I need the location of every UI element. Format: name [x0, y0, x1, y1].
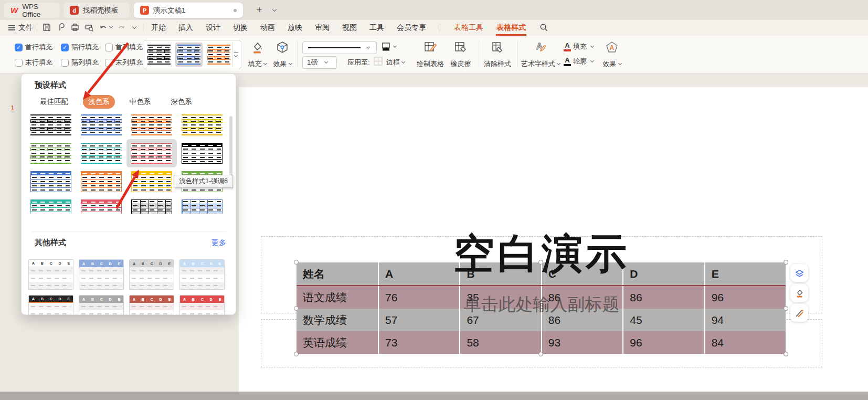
- gallery-style-thumb[interactable]: [205, 43, 232, 67]
- checkbox-末行填充[interactable]: 末行填充: [15, 58, 61, 67]
- preset-style-thumb-16[interactable]: [177, 196, 227, 214]
- style-tab-最佳匹配[interactable]: 最佳匹配: [35, 95, 73, 109]
- table-cell[interactable]: 84: [704, 331, 786, 354]
- other-style-thumb-8[interactable]: ABCDE: [177, 292, 227, 315]
- chevron-down-icon: [263, 61, 267, 65]
- search-button[interactable]: [539, 23, 548, 34]
- line-color-icon: [381, 41, 391, 52]
- other-style-thumb-3[interactable]: ABCDE: [126, 257, 177, 292]
- table-cell[interactable]: 93: [541, 331, 622, 354]
- style-tab-浅色系[interactable]: 浅色系: [83, 95, 115, 109]
- other-style-thumb-6[interactable]: ABCDE: [76, 292, 126, 315]
- export-icon[interactable]: [56, 23, 66, 32]
- other-style-thumb-4[interactable]: ABCDE: [177, 257, 227, 292]
- table-cell[interactable]: 58: [459, 331, 541, 354]
- menu-item-设计[interactable]: 设计: [206, 23, 220, 33]
- menu-item-开始[interactable]: 开始: [151, 23, 166, 33]
- preset-style-thumb-5[interactable]: [26, 139, 76, 167]
- line-style-combo[interactable]: [302, 41, 377, 54]
- resize-handle-bottom-middle[interactable]: [538, 352, 543, 356]
- menu-item-放映[interactable]: 放映: [288, 23, 302, 33]
- menu-item-切换[interactable]: 切换: [233, 23, 248, 33]
- layers-icon: [795, 268, 805, 278]
- text-effect-button[interactable]: A 效果: [598, 39, 626, 70]
- table-cell[interactable]: 96: [622, 331, 704, 354]
- preset-style-thumb-1[interactable]: [26, 111, 76, 139]
- checkbox-unchecked-icon: [105, 59, 113, 67]
- redo-icon[interactable]: [117, 23, 126, 32]
- file-menu[interactable]: 文件: [8, 23, 33, 33]
- tab-label: 演示文稿1: [153, 6, 186, 15]
- print-preview-icon[interactable]: [84, 23, 94, 32]
- new-tab-button[interactable]: +: [253, 4, 265, 16]
- other-style-thumb-1[interactable]: ABCDE: [26, 257, 76, 292]
- border-button[interactable]: 边框: [386, 58, 405, 67]
- table-cell[interactable]: 73: [378, 331, 459, 354]
- line-weight-combo[interactable]: 1磅: [302, 56, 337, 69]
- tab-docer-templates[interactable]: d 找稻壳模板: [63, 3, 130, 18]
- draw-table-icon: [424, 40, 437, 54]
- draw-table-button[interactable]: 绘制表格: [415, 39, 446, 70]
- resize-handle-bottom-left[interactable]: [294, 352, 299, 356]
- text-fill-button[interactable]: A 填充: [564, 42, 594, 51]
- more-link[interactable]: 更多: [211, 238, 226, 248]
- menu-item-插入[interactable]: 插入: [178, 23, 193, 33]
- preset-style-thumb-4[interactable]: [177, 111, 227, 139]
- tools-icon: [795, 308, 805, 318]
- menu-item-动画[interactable]: 动画: [260, 23, 275, 33]
- preset-style-thumb-8[interactable]: [177, 139, 227, 167]
- preset-style-thumb-2[interactable]: [76, 111, 126, 139]
- panel-scrollbar[interactable]: [229, 116, 232, 176]
- tab-presentation1[interactable]: P 演示文稿1: [134, 3, 243, 18]
- other-style-thumb-2[interactable]: ABCDE: [76, 257, 126, 292]
- line-color-button[interactable]: [381, 41, 396, 52]
- gallery-expand-button[interactable]: [232, 43, 239, 67]
- menu-item-视图[interactable]: 视图: [342, 23, 357, 33]
- checkbox-隔列填充[interactable]: 隔列填充: [61, 58, 105, 67]
- preset-style-thumb-7[interactable]: [126, 139, 177, 167]
- text-outline-button[interactable]: A 轮廓: [564, 57, 594, 66]
- menu-item-表格工具[interactable]: 表格工具: [454, 23, 483, 33]
- other-style-thumb-5[interactable]: ABCDE: [26, 292, 76, 315]
- slide-title-text[interactable]: 空白演示: [261, 233, 822, 274]
- save-icon[interactable]: [42, 23, 51, 32]
- preset-style-thumb-13[interactable]: [26, 196, 76, 214]
- print-icon[interactable]: [70, 23, 80, 32]
- preset-style-thumb-11[interactable]: [126, 167, 177, 196]
- checkbox-末列填充[interactable]: 末列填充: [105, 58, 148, 67]
- table-row-label[interactable]: 英语成绩: [297, 331, 378, 354]
- tab-wps-home[interactable]: W WPS Office: [4, 3, 60, 18]
- other-style-thumb-7[interactable]: ABCDE: [126, 292, 177, 315]
- slide-subtitle-text[interactable]: 单击此处输入副标题: [261, 293, 822, 317]
- undo-button[interactable]: [99, 23, 112, 32]
- quick-fill-button[interactable]: [790, 284, 808, 302]
- fill-button[interactable]: 填充: [245, 39, 270, 70]
- style-tab-深色系[interactable]: 深色系: [165, 95, 197, 109]
- menu-item-表格样式[interactable]: 表格样式: [496, 20, 526, 36]
- clear-style-button[interactable]: 清除样式: [482, 39, 513, 70]
- tab-label: WPS Office: [22, 3, 54, 18]
- checkbox-首行填充[interactable]: ✓首行填充: [15, 43, 61, 52]
- checkbox-首列填充[interactable]: 首列填充: [105, 43, 148, 52]
- layer-order-button[interactable]: [790, 264, 808, 282]
- gallery-style-thumb[interactable]: [175, 43, 203, 67]
- toolbar-more-chevron-icon[interactable]: [132, 24, 136, 28]
- preset-style-thumb-9[interactable]: [26, 167, 76, 196]
- eraser-button[interactable]: 橡皮擦: [447, 39, 474, 70]
- preset-style-thumb-6[interactable]: [76, 139, 126, 167]
- wordart-style-button[interactable]: A 艺术字样式: [522, 39, 559, 70]
- menu-item-会员专享[interactable]: 会员专享: [397, 23, 426, 33]
- resize-handle-bottom-right[interactable]: [784, 352, 788, 356]
- tab-list-chevron-icon[interactable]: [268, 4, 279, 16]
- preset-style-thumb-15[interactable]: [126, 196, 177, 214]
- preset-style-thumb-10[interactable]: [76, 167, 126, 196]
- menu-item-工具[interactable]: 工具: [369, 23, 384, 33]
- checkbox-隔行填充[interactable]: ✓隔行填充: [61, 43, 105, 52]
- preset-style-thumb-3[interactable]: [126, 111, 177, 139]
- preset-style-thumb-14[interactable]: [76, 196, 126, 214]
- style-tab-中色系[interactable]: 中色系: [124, 95, 156, 109]
- gallery-style-thumb[interactable]: [145, 43, 173, 67]
- menu-item-审阅[interactable]: 审阅: [315, 23, 330, 33]
- quick-tools-button[interactable]: [790, 304, 808, 322]
- effect-button[interactable]: 效果: [270, 39, 295, 70]
